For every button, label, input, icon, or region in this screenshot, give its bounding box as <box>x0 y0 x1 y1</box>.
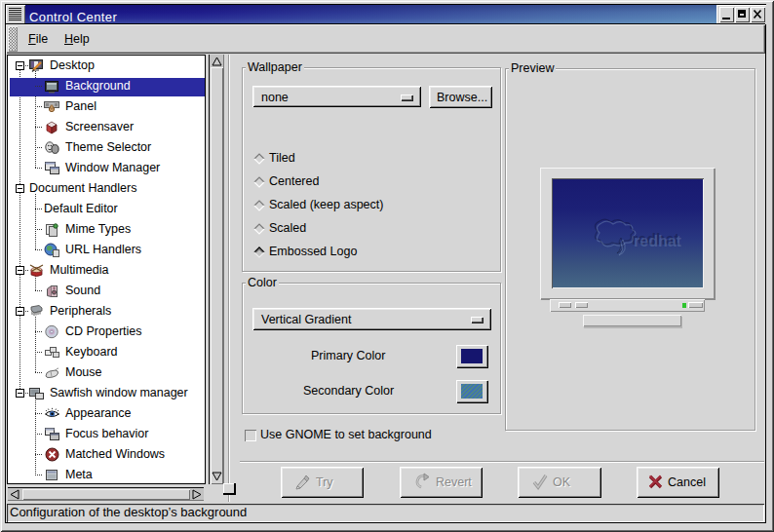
svg-text:redhat: redhat <box>634 233 682 249</box>
